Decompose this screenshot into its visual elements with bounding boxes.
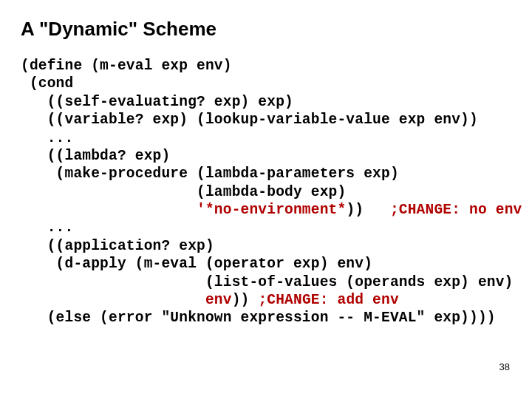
code-line: ... bbox=[21, 219, 73, 236]
code-line: env)) ;CHANGE: add env bbox=[21, 292, 399, 308]
code-line: (d-apply (m-eval (operator exp) env) bbox=[21, 256, 372, 272]
code-line: ... bbox=[21, 130, 73, 146]
highlight-comment: ;CHANGE: no env bbox=[390, 202, 522, 218]
code-line: (make-procedure (lambda-parameters exp) bbox=[21, 166, 399, 182]
slide: A "Dynamic" Scheme (define (m-eval exp e… bbox=[0, 0, 532, 399]
code-line: '*no-environment*)) ;CHANGE: no env bbox=[21, 202, 522, 218]
slide-title: A "Dynamic" Scheme bbox=[21, 18, 511, 41]
code-line: ((application? exp) bbox=[21, 238, 214, 254]
code-line: (list-of-values (operands exp) env) bbox=[21, 274, 514, 290]
page-number: 38 bbox=[499, 361, 510, 372]
code-block: (define (m-eval exp env) (cond ((self-ev… bbox=[21, 57, 511, 327]
highlight-env: env bbox=[205, 292, 232, 308]
code-line: ((lambda? exp) bbox=[21, 148, 170, 164]
code-line: (define (m-eval exp env) bbox=[21, 58, 232, 74]
highlight-no-env: '*no-environment* bbox=[197, 202, 346, 218]
highlight-comment: ;CHANGE: add env bbox=[258, 292, 398, 308]
code-line: (lambda-body exp) bbox=[21, 184, 346, 200]
code-line: (cond bbox=[21, 75, 73, 92]
code-line: ((self-evaluating? exp) exp) bbox=[21, 94, 293, 110]
code-line: (else (error "Unknown expression -- M-EV… bbox=[21, 310, 496, 326]
code-line: ((variable? exp) (lookup-variable-value … bbox=[21, 112, 478, 128]
